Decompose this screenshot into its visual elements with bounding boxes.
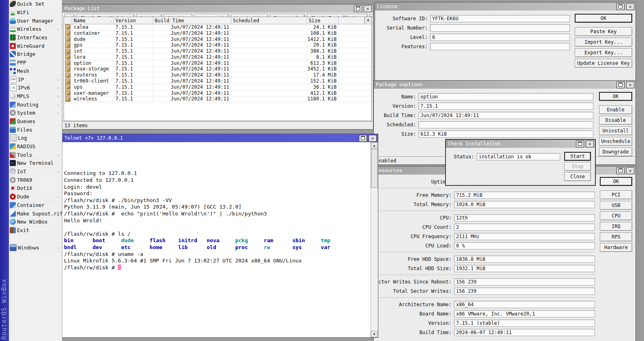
disable-button[interactable]: Disable (599, 116, 632, 125)
package-table[interactable]: Name△VersionBuild TimeScheduledSize▼ cal… (64, 17, 372, 121)
field-value-cpu-[interactable]: 12th (454, 214, 595, 222)
package-list-titlebar[interactable]: Package List ✕ (62, 4, 373, 13)
terminal-scrollbar[interactable]: ▲ ▼ (371, 142, 378, 337)
scrollbar-thumb[interactable] (371, 149, 377, 188)
sidebar-item-dot1x[interactable]: Dot1X (9, 184, 62, 193)
column-header-version[interactable]: Version (114, 17, 153, 24)
field-value-level-[interactable]: 6 (430, 34, 570, 41)
close-button[interactable]: ✕ (364, 5, 372, 12)
column-header-build-time[interactable]: Build Time (153, 17, 231, 24)
sidebar-item-ip[interactable]: 255IP▷ (9, 75, 62, 84)
paste-key-button[interactable]: Paste Key (575, 27, 632, 36)
sidebar-item-user-manager[interactable]: User Manager (9, 17, 62, 25)
sidebar-item-make-supout-rif[interactable]: Make Supout.rif (9, 209, 62, 218)
pci-button[interactable]: PCI (600, 190, 632, 199)
table-row-wireless[interactable]: wireless7.15.1Jun/07/2024 12:49:111180.1… (64, 96, 371, 102)
sidebar-item-radius[interactable]: RADIUS (9, 143, 62, 151)
update-license-key-button[interactable]: Update License Key (575, 59, 632, 68)
start-button[interactable]: Start (564, 152, 591, 161)
close-button[interactable]: ✕ (586, 141, 594, 147)
sidebar-item-system[interactable]: System▷ (9, 109, 62, 117)
maximize-button[interactable] (576, 141, 584, 147)
usb-button[interactable]: USB (600, 201, 632, 210)
close-button[interactable]: ✕ (369, 135, 377, 142)
sidebar-item-dude[interactable]: Dude▷ (9, 193, 62, 201)
table-row-rose-storage[interactable]: rose-storage7.15.1Jun/07/2024 12:49:1134… (64, 66, 371, 72)
irq-button[interactable]: IRQ (600, 222, 632, 231)
table-row-gps[interactable]: gps7.15.1Jun/07/2024 12:49:1120.1 KiB (64, 42, 371, 48)
field-value-board-name-[interactable]: x86 VMware, Inc. VMware20,1 (454, 310, 595, 318)
maximize-button[interactable] (616, 167, 625, 174)
field-value-architecture-name-[interactable]: x86_64 (454, 301, 595, 308)
field-value-total-memory-[interactable]: 1024.0 MiB (454, 201, 595, 208)
sidebar-item-ipv6[interactable]: v6IPv6▷ (9, 84, 62, 92)
sidebar-item-interfaces[interactable]: Interfaces (9, 34, 62, 42)
sidebar-item-quick-set[interactable]: Quick Set (9, 0, 62, 9)
sidebar-item-new-winbox[interactable]: New WinBox (9, 218, 62, 226)
downgrade-button[interactable]: Downgrade (599, 147, 632, 156)
field-value-cpu-load-[interactable]: 0 % (454, 242, 595, 249)
field-value-sector-writes-since-reboot-[interactable]: 156 239 (454, 278, 595, 286)
table-row-user-manager[interactable]: user-manager7.15.1Jun/07/2024 12:49:1141… (64, 90, 371, 96)
field-value-version-[interactable]: 7.15.1 (stable) (454, 320, 595, 327)
field-value-software-id-[interactable]: YFTK-EK6U (430, 15, 570, 22)
column-header-scheduled[interactable]: Scheduled (231, 17, 307, 24)
sidebar-item-windows[interactable]: Windows▷ (9, 243, 62, 252)
check-installation-titlebar[interactable]: Check Installation ✕ (446, 140, 595, 148)
uninstall-button[interactable]: Uninstall (599, 126, 632, 135)
field-value-serial-number-[interactable] (430, 24, 570, 32)
sidebar-item-exit[interactable]: Exit (9, 226, 62, 235)
sidebar-item-tools[interactable]: Tools▷ (9, 151, 62, 159)
scroll-up-button[interactable]: ▲ (371, 142, 377, 149)
table-row-option[interactable]: option7.15.1Jun/07/2024 12:49:11612.3 Ki… (64, 60, 371, 66)
package-table-header[interactable]: Name△VersionBuild TimeScheduledSize▼ (64, 17, 371, 24)
table-row-ups[interactable]: ups7.15.1Jun/07/2024 12:49:1136.1 KiB (64, 84, 371, 90)
field-value-features-[interactable] (430, 43, 570, 50)
hardware-button[interactable]: Hardware (600, 243, 632, 252)
field-value-cpu-count-[interactable]: 2 (454, 224, 595, 231)
table-row-container[interactable]: container7.15.1Jun/07/2024 12:49:11108.1… (64, 30, 371, 36)
terminal-output[interactable]: Connecting to 127.0.0.1Connected to 127.… (62, 142, 371, 337)
sidebar-item-tr069[interactable]: TR069 (9, 176, 62, 184)
field-value-cpu-frequency-[interactable]: 2111 MHz (454, 233, 595, 240)
sidebar-item-bridge[interactable]: Bridge (9, 50, 62, 59)
column-header-size[interactable]: Size (307, 17, 339, 24)
sidebar-item-new-terminal[interactable]: >_New Terminal (9, 159, 62, 168)
sidebar-item-mesh[interactable]: Mesh (9, 67, 62, 76)
sidebar-item-iot[interactable]: IoT▷ (9, 168, 62, 176)
close-button[interactable]: ✕ (626, 167, 634, 174)
ok-button[interactable]: OK (575, 14, 632, 23)
sidebar-item-wireguard[interactable]: WireGuard (9, 42, 62, 50)
field-value-size-[interactable]: 612.3 KiB (418, 130, 593, 138)
telnet-titlebar[interactable]: Telnet <7> 127.0.0.1 ✕ (62, 134, 378, 142)
table-row-tr069-client[interactable]: tr069-client7.15.1Jun/07/2024 12:49:1115… (64, 78, 371, 84)
import-key--button[interactable]: Import Key... (575, 38, 632, 47)
maximize-button[interactable] (359, 135, 367, 142)
close-button[interactable]: ✕ (626, 3, 634, 10)
export-key--button[interactable]: Export Key... (575, 48, 632, 57)
field-value-status-[interactable]: installation is ok (477, 153, 560, 160)
column-select-button[interactable]: ▼ (365, 17, 371, 24)
table-row-calea[interactable]: calea7.15.1Jun/07/2024 12:49:1124.1 KiB (64, 24, 371, 30)
sidebar-item-queues[interactable]: Queues (9, 117, 62, 126)
field-value-total-sector-writes-[interactable]: 156 239 (454, 288, 595, 295)
maximize-button[interactable] (354, 5, 362, 12)
package-option-titlebar[interactable]: Package <option> ✕ (374, 81, 635, 89)
ok-button[interactable]: OK (600, 177, 632, 186)
license-titlebar[interactable]: License ✕ (375, 2, 635, 11)
unschedule-button[interactable]: Unschedule (599, 137, 632, 146)
field-value-build-time-[interactable]: Jun/07/2024 12:49:11 (418, 112, 593, 119)
ok-button[interactable]: OK (599, 92, 632, 101)
sidebar-item-log[interactable]: Log (9, 134, 62, 143)
column-header-name[interactable]: Name△ (72, 17, 114, 24)
sidebar-item-wireless[interactable]: Wireless▷ (9, 25, 62, 34)
scroll-down-button[interactable]: ▼ (371, 331, 377, 337)
field-value-name-[interactable]: option (418, 93, 593, 100)
rps-button[interactable]: RPS (600, 232, 632, 241)
sidebar-item-wifi[interactable]: WiFi (9, 9, 62, 17)
close-button[interactable]: ✕ (626, 81, 634, 88)
enable-button[interactable]: Enable (599, 105, 632, 114)
close-button[interactable]: Close (564, 172, 591, 181)
sidebar-item-container[interactable]: Container (9, 201, 62, 210)
cpu-button[interactable]: CPU (600, 211, 632, 220)
